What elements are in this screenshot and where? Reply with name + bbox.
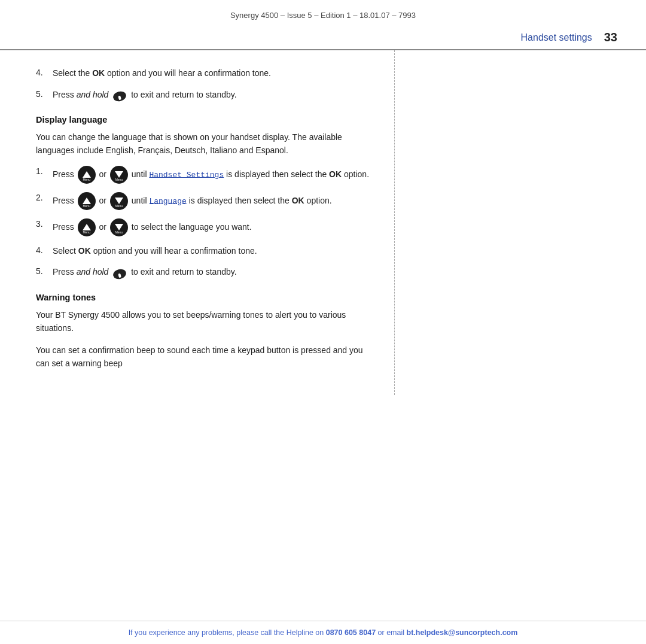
display-text: Language (149, 196, 186, 205)
menu-label: Menu (115, 204, 123, 209)
footer-text: If you experience any problems, please c… (129, 628, 326, 637)
display-text: Handset Settings (149, 170, 224, 179)
main-column: 4. Select the OK option and you will hea… (0, 50, 395, 395)
ok-bold: OK (92, 68, 105, 78)
step-number: 4. (36, 245, 53, 255)
section-title: Handset settings (521, 32, 592, 43)
step-text: Select the OK option and you will hear a… (53, 67, 271, 80)
list-item: 1. Press Menu or Menu until Handset Sett… (36, 166, 370, 184)
down-button-icon: Menu (110, 166, 128, 184)
page-number: 33 (604, 31, 617, 44)
list-item: 5. Press and hold to exit and return to … (36, 89, 370, 102)
up-button-icon: Menu (78, 218, 96, 236)
footer-phone: 0870 605 8047 (326, 628, 376, 637)
menu-label: Menu (83, 178, 90, 183)
list-item: 4. Select the OK option and you will hea… (36, 67, 370, 80)
step-number: 3. (36, 218, 53, 229)
section-heading: Display language (36, 115, 370, 124)
step-text: Select OK option and you will hear a con… (53, 245, 257, 258)
step-number: 5. (36, 266, 53, 276)
end-call-icon (112, 266, 127, 280)
down-button-icon: Menu (110, 192, 128, 210)
section-header: Handset settings 33 (0, 26, 646, 50)
doc-title-text: Synergy 4500 – Issue 5 – Edition 1 – 18.… (230, 11, 416, 20)
menu-label: Menu (83, 230, 90, 235)
step-text: Press and hold to exit and return to sta… (53, 266, 237, 279)
step-text: Press and hold to exit and return to sta… (53, 89, 237, 102)
end-call-icon (112, 89, 127, 102)
document-title: Synergy 4500 – Issue 5 – Edition 1 – 18.… (0, 0, 646, 26)
arrow-down (115, 198, 123, 204)
ok-bold: OK (78, 246, 91, 256)
arrow-down (115, 224, 123, 230)
section-para: You can change the language that is show… (36, 130, 370, 157)
arrow-up (83, 171, 91, 178)
side-column (395, 50, 646, 395)
content-area: 4. Select the OK option and you will hea… (0, 50, 646, 395)
italic-and-hold: and hold (77, 90, 109, 99)
step-number: 5. (36, 89, 53, 99)
ok-bold: OK (292, 195, 304, 205)
step-number: 2. (36, 192, 53, 202)
warning-tones-section: Warning tones Your BT Synergy 4500 allow… (36, 293, 370, 370)
up-button-icon: Menu (78, 166, 96, 184)
arrow-up (83, 198, 91, 204)
arrow-up (83, 224, 91, 230)
list-item: 5. Press and hold to exit and return to … (36, 266, 370, 279)
display-language-section: Display language You can change the lang… (36, 115, 370, 280)
section-heading: Warning tones (36, 293, 370, 302)
down-button-icon: Menu (110, 218, 128, 236)
footer-or: or email (376, 628, 406, 637)
menu-label: Menu (83, 204, 90, 209)
step-text: Press Menu or Menu to select the languag… (53, 218, 252, 236)
list-item: 4. Select OK option and you will hear a … (36, 245, 370, 258)
list-item: 3. Press Menu or Menu to select the lang… (36, 218, 370, 236)
step-text: Press Menu or Menu until Language is dis… (53, 192, 332, 210)
up-button-icon: Menu (78, 192, 96, 210)
step-text: Press Menu or Menu until Handset Setting… (53, 166, 369, 184)
menu-label: Menu (115, 230, 123, 235)
step-number: 1. (36, 166, 53, 176)
arrow-down (115, 171, 123, 178)
ok-bold: OK (329, 169, 342, 178)
para-warning-1: Your BT Synergy 4500 allows you to set b… (36, 308, 370, 335)
step-number: 4. (36, 67, 53, 77)
footer-email: bt.helpdesk@suncorptech.com (407, 628, 518, 637)
italic-and-hold: and hold (77, 267, 109, 277)
para-warning-2: You can set a confirmation beep to sound… (36, 344, 370, 370)
list-item: 2. Press Menu or Menu until Language is … (36, 192, 370, 210)
menu-label: Menu (115, 178, 123, 183)
footer: If you experience any problems, please c… (0, 621, 646, 644)
